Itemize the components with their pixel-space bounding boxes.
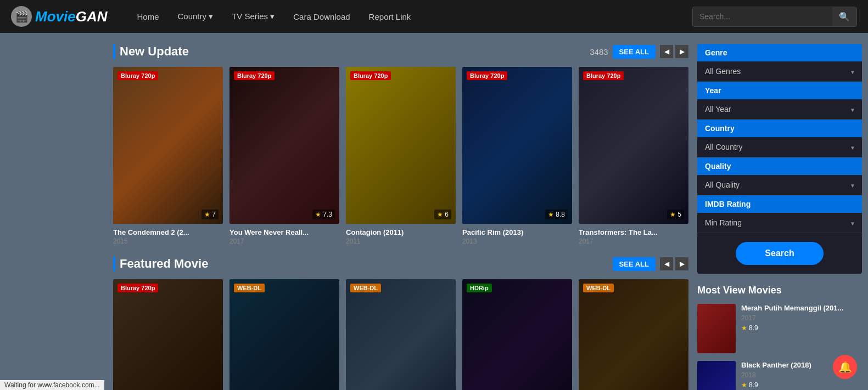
new-update-arrows: ◀ ▶ xyxy=(660,45,688,58)
rating-badge: ★7 xyxy=(201,210,219,219)
rating-badge: ★5 xyxy=(667,210,684,219)
featured-movie-controls: SEE ALL ◀ ▶ xyxy=(613,257,688,271)
movie-title: Contagion (2011) xyxy=(346,228,456,236)
poster-image xyxy=(462,279,572,390)
quality-badge: Bluray 720p xyxy=(117,284,158,292)
quality-badge: Bluray 720p xyxy=(117,71,158,80)
movie-title: Transformers: The La... xyxy=(579,228,688,236)
new-update-title: New Update xyxy=(113,44,189,59)
movie-thumbnail: WEB-DL ★9.7 xyxy=(229,279,339,390)
nav-tv-series[interactable]: TV Series ▾ xyxy=(224,7,282,26)
featured-movie-header: Featured Movie SEE ALL ◀ ▶ xyxy=(113,256,688,272)
movie-card[interactable]: Bluray 720p You Were Never Really Here 2… xyxy=(113,279,223,390)
status-bar: Waiting for www.facebook.com... xyxy=(0,380,104,390)
search-submit-button[interactable]: 🔍 xyxy=(832,7,856,26)
new-update-count: 3483 xyxy=(590,47,608,56)
featured-see-all-button[interactable]: SEE ALL xyxy=(613,257,656,271)
genre-label: Genre xyxy=(697,44,862,61)
movie-card[interactable]: WEB-DL The Equalizer 2 (2018) 2018 xyxy=(346,279,456,390)
rating-badge: ★7.3 xyxy=(312,210,335,219)
movie-thumbnail: Bluray 720p ★8.8 xyxy=(462,67,572,224)
nav-cara-download[interactable]: Cara Download xyxy=(285,8,357,26)
logo-icon: 🎬 xyxy=(11,6,32,27)
filter-search-button[interactable]: Search xyxy=(736,242,824,265)
quality-badge: Bluray 720p xyxy=(350,71,391,80)
mv-title: Merah Putih Memanggil (201... xyxy=(741,304,862,312)
search-bar: 🔍 xyxy=(692,7,857,27)
movie-year: 2011 xyxy=(346,238,456,245)
filter-box: Genre All Genres Year All Year Country xyxy=(697,44,862,274)
sidebar: Genre All Genres Year All Year Country xyxy=(697,44,862,390)
imdb-filter-row: IMDB Rating Min Rating xyxy=(697,195,862,233)
quality-badge: WEB-DL xyxy=(234,284,265,292)
quality-badge: HDRip xyxy=(467,284,492,292)
quality-filter-row: Quality All Quality xyxy=(697,157,862,195)
mv-thumbnail xyxy=(697,304,736,353)
nav-home[interactable]: Home xyxy=(129,8,166,26)
nav-report-link[interactable]: Report Link xyxy=(361,8,419,26)
rating-badge: ★6 xyxy=(434,210,451,219)
featured-movie-title: Featured Movie xyxy=(113,256,208,272)
quality-badge: Bluray 720p xyxy=(583,71,624,80)
new-update-see-all-button[interactable]: SEE ALL xyxy=(613,45,656,59)
quality-label: Quality xyxy=(697,157,862,175)
movie-thumbnail: Bluray 720p ★7.3 xyxy=(229,67,339,224)
year-select-wrapper: All Year xyxy=(697,99,862,120)
country-filter-row: Country All Country xyxy=(697,120,862,157)
notification-bell[interactable]: 🔔 xyxy=(833,355,857,379)
quality-badge: Bluray 720p xyxy=(234,71,275,80)
quality-badge: Bluray 720p xyxy=(467,71,507,80)
movie-card[interactable]: HDRip ★9.5 The Nun (2018) 2018 xyxy=(462,279,572,390)
movie-year: 2015 xyxy=(113,238,223,245)
rating-badge: ★8.8 xyxy=(545,210,568,219)
movie-card[interactable]: Bluray 720p ★5 Transformers: The La... 2… xyxy=(579,67,688,245)
year-select[interactable]: All Year xyxy=(697,99,862,120)
movie-card[interactable]: Bluray 720p ★7.3 You Were Never Reall...… xyxy=(229,67,339,245)
movie-thumbnail: Bluray 720p ★7 xyxy=(113,67,223,224)
header: 🎬 MovieGAN Home Country ▾ TV Series ▾ Ca… xyxy=(0,0,868,33)
poster-image xyxy=(229,67,339,224)
movie-thumbnail: Bluray 720p xyxy=(113,279,223,390)
year-filter-row: Year All Year xyxy=(697,82,862,120)
featured-prev-button[interactable]: ◀ xyxy=(660,257,673,270)
movie-title: You Were Never Reall... xyxy=(229,228,339,236)
imdb-select[interactable]: Min Rating xyxy=(697,213,862,233)
quality-badge: WEB-DL xyxy=(350,284,381,292)
poster-image xyxy=(113,279,223,390)
featured-next-button[interactable]: ▶ xyxy=(675,257,688,270)
logo-text: MovieGAN xyxy=(35,8,107,25)
most-view-item[interactable]: Merah Putih Memanggil (201... 2017 ★8.9 xyxy=(697,304,862,353)
logo[interactable]: 🎬 MovieGAN xyxy=(11,6,107,27)
main-nav: Home Country ▾ TV Series ▾ Cara Download… xyxy=(129,7,418,26)
movie-card[interactable]: Bluray 720p ★7 The Condemned 2 (2... 201… xyxy=(113,67,223,245)
featured-arrows: ◀ ▶ xyxy=(660,257,688,270)
quality-badge: WEB-DL xyxy=(583,284,614,292)
movie-title: The Condemned 2 (2... xyxy=(113,228,223,236)
poster-image xyxy=(462,67,572,224)
movie-card[interactable]: WEB-DL ★9.7 The Meg (2018) 2018 xyxy=(229,279,339,390)
movie-card[interactable]: Bluray 720p ★6 Contagion (2011) 2011 xyxy=(346,67,456,245)
left-spacer xyxy=(5,44,104,390)
genre-select[interactable]: All Genres xyxy=(697,61,862,82)
mv-thumbnail xyxy=(697,361,736,390)
nav-country[interactable]: Country ▾ xyxy=(170,7,221,26)
movie-year: 2017 xyxy=(229,238,339,245)
movie-card[interactable]: Bluray 720p ★8.8 Pacific Rim (2013) 2013 xyxy=(462,67,572,245)
poster-image xyxy=(113,67,223,224)
most-view-title: Most View Movies xyxy=(697,285,862,296)
new-update-header: New Update 3483 SEE ALL ◀ ▶ xyxy=(113,44,688,59)
search-input[interactable] xyxy=(693,8,832,25)
movie-title: Pacific Rim (2013) xyxy=(462,228,572,236)
quality-select-wrapper: All Quality xyxy=(697,175,862,195)
imdb-select-wrapper: Min Rating xyxy=(697,213,862,233)
new-update-grid: Bluray 720p ★7 The Condemned 2 (2... 201… xyxy=(113,67,688,245)
country-label: Country xyxy=(697,120,862,137)
movie-card[interactable]: WEB-DL ★8.5 The Night Comes For Us 2018 xyxy=(579,279,688,390)
country-select[interactable]: All Country xyxy=(697,137,862,157)
quality-select[interactable]: All Quality xyxy=(697,175,862,195)
poster-image xyxy=(579,279,688,390)
new-update-next-button[interactable]: ▶ xyxy=(675,45,688,58)
country-select-wrapper: All Country xyxy=(697,137,862,157)
new-update-controls: 3483 SEE ALL ◀ ▶ xyxy=(590,45,688,59)
new-update-prev-button[interactable]: ◀ xyxy=(660,45,673,58)
